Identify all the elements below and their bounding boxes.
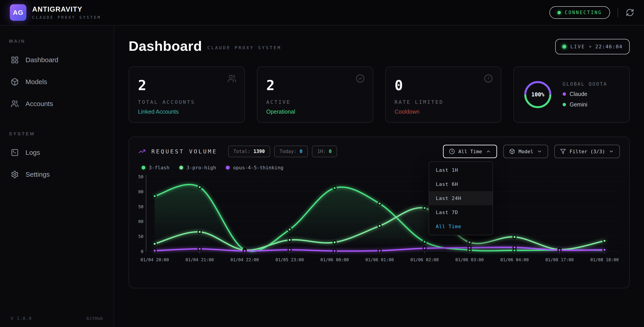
sidebar-item-label: Models xyxy=(26,78,47,86)
svg-text:150: 150 xyxy=(138,204,143,209)
sidebar-footer: V 1.0.0 GitHub xyxy=(8,316,106,321)
sidebar-item-accounts[interactable]: Accounts xyxy=(8,94,106,113)
dropdown-item-all-time[interactable]: All Time xyxy=(429,220,492,234)
stat-label: ACTIVE xyxy=(266,99,364,105)
filter-button[interactable]: Filter (3/3) xyxy=(554,145,620,158)
svg-text:200: 200 xyxy=(138,189,143,194)
legend-dot xyxy=(226,166,230,170)
version-label: V 1.0.0 xyxy=(11,316,32,321)
kpi-total: Total: 1390 xyxy=(228,146,270,157)
stat-card-total-accounts: 2 TOTAL ACCOUNTS Linked Accounts xyxy=(128,66,245,123)
box-icon xyxy=(509,148,515,154)
sidebar: MAIN Dashboard Models Accounts SY xyxy=(0,26,114,327)
svg-text:50: 50 xyxy=(138,234,143,239)
app-name: ANTIGRAVITY xyxy=(32,5,101,14)
stat-value: 2 xyxy=(138,77,236,94)
svg-text:01/04 21:00: 01/04 21:00 xyxy=(185,257,214,262)
page-title: Dashboard xyxy=(128,38,202,54)
model-button-label: Model xyxy=(518,149,533,154)
quota-legend-claude: Claude xyxy=(562,91,607,97)
refresh-icon[interactable] xyxy=(626,8,634,17)
svg-text:01/04 22:00: 01/04 22:00 xyxy=(230,257,259,262)
kpi-value: 0 xyxy=(300,149,302,154)
legend-dot xyxy=(142,166,145,170)
chevron-up-icon xyxy=(486,149,491,154)
connection-status-dot xyxy=(558,11,561,14)
legend-item-3-flash: 3-flash xyxy=(142,165,170,170)
gear-icon xyxy=(11,170,19,178)
chart-title: REQUEST VOLUME xyxy=(152,148,217,155)
quota-percent: 100% xyxy=(523,80,553,110)
kpi-value: 1390 xyxy=(254,149,265,154)
request-volume-chart: 05010015020025001/04 20:0001/04 21:0001/… xyxy=(138,172,620,272)
app-subtitle: CLAUDE PROXY SYSTEM xyxy=(32,15,101,20)
sidebar-section-system: SYSTEM xyxy=(9,131,105,136)
chevron-down-icon xyxy=(609,149,614,154)
app-logo: AG xyxy=(10,4,26,21)
svg-text:01/08 17:00: 01/08 17:00 xyxy=(546,257,574,262)
users-icon xyxy=(228,74,236,83)
dot-separator xyxy=(589,46,591,48)
legend-item-3-pro-high: 3-pro-high xyxy=(179,165,216,170)
dropdown-item-last-6h[interactable]: Last 6H xyxy=(429,177,492,191)
grid-icon xyxy=(11,56,19,64)
funnel-icon xyxy=(560,148,566,154)
stat-value: 0 xyxy=(395,77,492,94)
sidebar-section-main: MAIN xyxy=(9,38,105,44)
sidebar-item-label: Logs xyxy=(26,149,40,156)
svg-text:100: 100 xyxy=(138,219,143,224)
sidebar-item-dashboard[interactable]: Dashboard xyxy=(8,50,106,69)
trending-up-icon xyxy=(138,148,146,155)
alert-circle-icon xyxy=(484,74,493,83)
check-circle-icon xyxy=(356,74,365,83)
chevron-down-icon xyxy=(537,149,542,154)
sidebar-item-settings[interactable]: Settings xyxy=(8,165,106,184)
sidebar-item-label: Accounts xyxy=(26,100,53,108)
stat-card-active: 2 ACTIVE Operational xyxy=(257,66,373,123)
quota-ring: 100% xyxy=(523,80,553,110)
svg-text:01/06 01:00: 01/06 01:00 xyxy=(366,257,394,262)
chart-legend: 3-flash 3-pro-high opus-4-5-thinking xyxy=(142,165,620,170)
request-volume-panel: REQUEST VOLUME Total: 1390 Today: 0 1H: xyxy=(128,137,630,288)
sidebar-gap xyxy=(8,116,106,131)
sidebar-item-label: Dashboard xyxy=(26,56,58,64)
model-filter-button[interactable]: Model xyxy=(503,145,548,158)
svg-text:01/08 18:00: 01/08 18:00 xyxy=(590,257,619,262)
header-divider xyxy=(618,8,618,17)
terminal-icon xyxy=(11,148,19,156)
svg-text:01/06 03:00: 01/06 03:00 xyxy=(455,257,484,262)
kpi-today: Today: 0 xyxy=(274,146,308,157)
svg-text:01/05 23:00: 01/05 23:00 xyxy=(276,257,304,262)
legend-label: 3-pro-high xyxy=(186,165,216,170)
live-clock: 22:46:04 xyxy=(595,44,622,50)
quota-legend-label: Claude xyxy=(570,91,587,97)
svg-text:250: 250 xyxy=(138,174,143,180)
connection-status-text: CONNECTING xyxy=(565,10,602,15)
stat-sub: Cooldown xyxy=(395,108,492,115)
stat-card-rate-limited: 0 RATE LIMITED Cooldown xyxy=(385,66,502,123)
stat-label: TOTAL ACCOUNTS xyxy=(138,99,236,105)
filter-button-label: Filter (3/3) xyxy=(570,149,605,154)
gemini-dot xyxy=(562,103,566,106)
claude-dot xyxy=(562,92,566,96)
legend-item-opus-4-5-thinking: opus-4-5-thinking xyxy=(226,165,283,170)
app-window: AG ANTIGRAVITY CLAUDE PROXY SYSTEM CONNE… xyxy=(0,0,644,327)
time-range-button[interactable]: All Time xyxy=(443,145,497,158)
time-range-label: All Time xyxy=(458,149,482,154)
github-link[interactable]: GitHub xyxy=(86,316,103,321)
sidebar-item-models[interactable]: Models xyxy=(8,72,106,91)
svg-text:01/04 20:00: 01/04 20:00 xyxy=(140,257,169,262)
dropdown-item-last-7d[interactable]: Last 7D xyxy=(429,205,492,220)
main-content: Dashboard CLAUDE PROXY SYSTEM LIVE 22:46… xyxy=(114,26,644,327)
svg-text:0: 0 xyxy=(141,249,144,254)
kpi-label: Total: xyxy=(234,149,250,154)
dropdown-item-last-1h[interactable]: Last 1H xyxy=(429,163,492,177)
sidebar-item-logs[interactable]: Logs xyxy=(8,143,106,162)
brand-block: ANTIGRAVITY CLAUDE PROXY SYSTEM xyxy=(32,5,101,20)
page-subtitle: CLAUDE PROXY SYSTEM xyxy=(207,45,281,50)
dropdown-item-last-24h[interactable]: Last 24H xyxy=(429,191,492,205)
connection-status-badge: CONNECTING xyxy=(550,6,610,19)
legend-label: opus-4-5-thinking xyxy=(233,165,283,170)
svg-text:01/06 02:00: 01/06 02:00 xyxy=(410,257,439,262)
kpi-value: 0 xyxy=(329,149,332,154)
